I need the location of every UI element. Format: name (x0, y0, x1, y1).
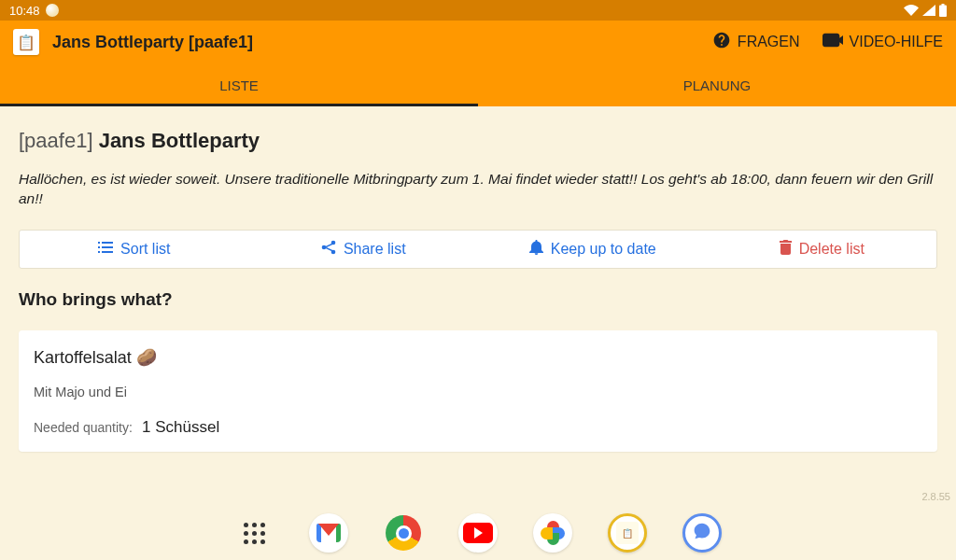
app-icon: 📋 (13, 29, 39, 55)
item-name: Kartoffelsalat 🥔 (34, 347, 922, 368)
delete-list-button[interactable]: Delete list (708, 231, 937, 268)
content-area: [paafe1] Jans Bottleparty Hallöchen, es … (0, 106, 956, 467)
qty-label: Needed quantity: (34, 420, 133, 435)
bell-icon (529, 240, 543, 259)
gmail-app-button[interactable] (309, 513, 348, 553)
chat-icon (693, 522, 711, 544)
tabs: LISTE PLANUNG (0, 63, 956, 106)
item-card[interactable]: Kartoffelsalat 🥔 Mit Majo und Ei Needed … (19, 330, 937, 452)
tab-planung[interactable]: PLANUNG (478, 63, 956, 106)
sort-list-button[interactable]: Sort list (20, 231, 249, 268)
fragen-button[interactable]: FRAGEN (712, 31, 800, 53)
messages-app-button[interactable] (682, 513, 722, 553)
signal-icon (922, 5, 935, 16)
section-heading: Who brings what? (19, 289, 937, 310)
keep-up-to-date-button[interactable]: Keep up to date (478, 231, 708, 268)
youtube-app-button[interactable] (458, 513, 498, 553)
status-time: 10:48 (9, 4, 40, 18)
sort-icon (98, 241, 113, 258)
video-label: VIDEO-HILFE (850, 34, 943, 50)
chrome-app-button[interactable] (384, 513, 423, 553)
video-hilfe-button[interactable]: VIDEO-HILFE (822, 31, 943, 53)
apps-drawer-button[interactable] (234, 513, 274, 553)
share-icon (321, 240, 336, 259)
list-name: Jans Bottleparty (99, 129, 260, 152)
share-list-button[interactable]: Share list (249, 231, 479, 268)
version-label: 2.8.55 (921, 491, 950, 502)
status-app-icon (46, 4, 59, 17)
bringlist-app-button[interactable]: 📋 (608, 513, 647, 553)
tab-liste[interactable]: LISTE (0, 63, 478, 106)
fragen-label: FRAGEN (738, 34, 800, 50)
item-quantity-row: Needed quantity: 1 Schüssel (34, 418, 922, 437)
svg-point-3 (322, 245, 327, 250)
battery-icon (939, 4, 947, 17)
video-icon (822, 33, 843, 51)
wifi-icon (904, 5, 919, 16)
chrome-icon (386, 515, 421, 551)
svg-rect-1 (942, 4, 945, 6)
app-title: Jans Bottleparty [paafe1] (52, 33, 253, 52)
list-title: [paafe1] Jans Bottleparty (19, 129, 937, 153)
svg-rect-0 (939, 6, 947, 18)
help-icon (712, 31, 731, 53)
clipboard-icon: 📋 (616, 522, 639, 544)
photos-app-button[interactable] (533, 513, 572, 553)
photos-icon (541, 521, 565, 545)
gmail-icon (316, 524, 341, 542)
list-code: [paafe1] (19, 129, 93, 152)
status-bar: 10:48 (0, 0, 956, 21)
apps-grid-icon (244, 523, 265, 544)
qty-value: 1 Schüssel (142, 418, 219, 436)
navigation-bar: 📋 (0, 506, 956, 560)
item-description: Mit Majo und Ei (34, 385, 922, 399)
list-action-bar: Sort list Share list Keep up to date Del… (19, 230, 937, 269)
list-description: Hallöchen, es ist wieder soweit. Unsere … (19, 170, 937, 209)
youtube-icon (463, 523, 493, 543)
trash-icon (780, 240, 792, 259)
app-bar: 📋 Jans Bottleparty [paafe1] FRAGEN VIDEO… (0, 21, 956, 63)
